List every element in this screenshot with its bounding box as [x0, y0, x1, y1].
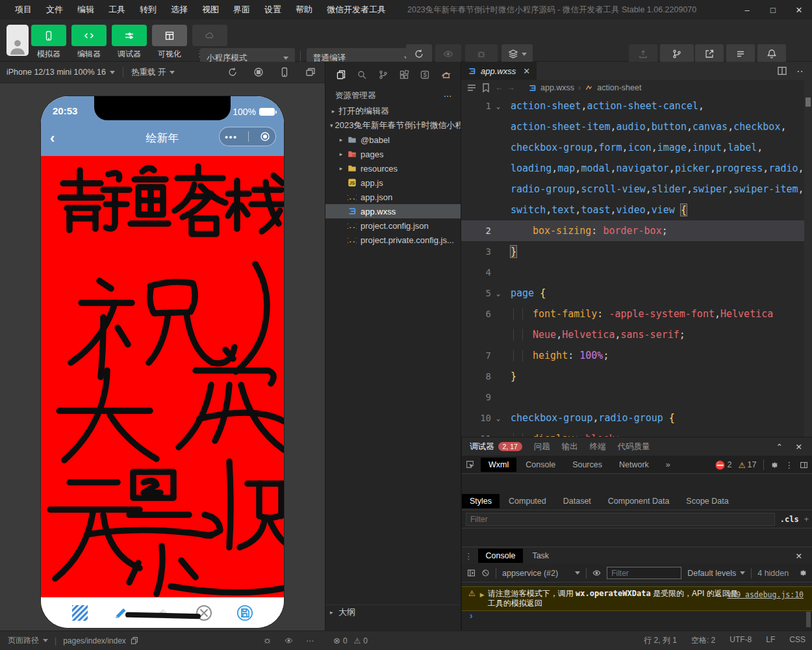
- console-filter-input[interactable]: [607, 567, 681, 579]
- tree-item-project.config.json[interactable]: {..}project.config.json: [325, 218, 461, 233]
- files-icon[interactable]: [331, 67, 351, 83]
- page-path-label[interactable]: 页面路径: [8, 635, 39, 646]
- collapse-icon[interactable]: ⌃: [776, 442, 783, 452]
- devtools-tab-console[interactable]: Console: [518, 458, 563, 472]
- bookmark-icon[interactable]: [481, 83, 491, 93]
- tree-item--[interactable]: ▸打开的编辑器: [325, 104, 461, 118]
- language-mode[interactable]: CSS: [789, 635, 806, 646]
- clear-console-icon[interactable]: [481, 569, 490, 577]
- tab-task[interactable]: Task: [524, 549, 557, 563]
- warning-source-link[interactable]: VM9 asdebug.js:10: [727, 590, 804, 600]
- more-icon[interactable]: •••: [225, 132, 238, 142]
- inspect-icon[interactable]: [466, 460, 474, 469]
- gear-icon[interactable]: [770, 461, 779, 469]
- tab-app-wxss[interactable]: app.wxss ✕: [461, 62, 537, 80]
- split-editor-icon[interactable]: [777, 66, 787, 76]
- context-select[interactable]: appservice (#2): [502, 569, 580, 578]
- kebab-menu-icon[interactable]: ⋮: [785, 460, 794, 470]
- devtools-more-tabs[interactable]: »: [658, 458, 678, 472]
- sidebar-toggle-icon[interactable]: [467, 569, 476, 577]
- close-icon[interactable]: ✕: [796, 551, 802, 561]
- menu-item-4[interactable]: 转到: [133, 0, 164, 20]
- menu-item-2[interactable]: 编辑: [70, 0, 101, 20]
- styles-filter-input[interactable]: [466, 513, 775, 526]
- cursor-position[interactable]: 行 2, 列 1: [644, 635, 677, 646]
- breadcrumb-symbol[interactable]: action-sheet: [597, 83, 641, 92]
- eye-icon[interactable]: [285, 636, 293, 645]
- styles-tab-computed[interactable]: Computed: [501, 494, 554, 508]
- toolbar-code-button[interactable]: 编辑器: [71, 25, 107, 60]
- menu-item-3[interactable]: 工具: [101, 0, 133, 20]
- tree-item-app.wxss[interactable]: app.wxss: [325, 204, 461, 218]
- close-icon[interactable]: ✕: [796, 442, 802, 452]
- kebab-menu-icon[interactable]: ⋮: [464, 551, 473, 561]
- encoding[interactable]: UTF-8: [730, 635, 752, 646]
- applet-icon[interactable]: [414, 67, 435, 83]
- close-icon[interactable]: ✕: [523, 66, 530, 76]
- tab-output[interactable]: 输出: [562, 441, 578, 452]
- indentation[interactable]: 空格: 2: [691, 635, 715, 646]
- styles-tab-dataset[interactable]: Dataset: [555, 494, 599, 508]
- tab-console[interactable]: Console: [478, 549, 524, 563]
- levels-select[interactable]: Default levels: [687, 569, 745, 578]
- devtools-tab-wxml[interactable]: Wxml: [481, 458, 516, 472]
- toolbar-tune-button[interactable]: 调试器: [111, 25, 147, 60]
- multi-window-icon[interactable]: [305, 67, 316, 77]
- devtools-tab-sources[interactable]: Sources: [565, 458, 610, 472]
- more-icon[interactable]: ⋯: [444, 91, 452, 101]
- dock-icon[interactable]: [800, 461, 808, 469]
- expand-icon[interactable]: ▶: [480, 589, 485, 600]
- floppy-icon[interactable]: [236, 604, 253, 621]
- close-button[interactable]: ✕: [786, 0, 812, 20]
- fold-icon[interactable]: ⌄: [491, 103, 505, 110]
- outline-section[interactable]: ▸ 大纲: [325, 604, 461, 619]
- styles-tab-scope-data[interactable]: Scope Data: [678, 494, 736, 508]
- copy-icon[interactable]: [130, 636, 138, 645]
- tree-item-project.private.config.js...[interactable]: {..}project.private.config.js...: [325, 233, 461, 247]
- menu-item-7[interactable]: 界面: [226, 0, 257, 20]
- menu-item-9[interactable]: 帮助: [288, 0, 320, 20]
- grid-icon[interactable]: [394, 67, 414, 83]
- minimize-button[interactable]: –: [734, 0, 760, 20]
- teapot-icon[interactable]: [436, 67, 457, 83]
- menu-item-5[interactable]: 选择: [164, 0, 195, 20]
- tree-item-@babel[interactable]: ▸@babel: [325, 133, 461, 147]
- record-icon[interactable]: [253, 67, 264, 77]
- maximize-button[interactable]: □: [760, 0, 786, 20]
- cls-button[interactable]: .cls: [780, 515, 799, 524]
- toolbar-layout-button[interactable]: 可视化: [151, 25, 188, 60]
- menu-item-8[interactable]: 设置: [257, 0, 288, 20]
- console-prompt[interactable]: ›: [462, 608, 812, 631]
- device-select[interactable]: iPhone 12/13 mini 100% 16: [6, 68, 106, 77]
- more-icon[interactable]: ⋯: [306, 636, 314, 645]
- menu-item-0[interactable]: 项目: [8, 0, 39, 20]
- menu-item-6[interactable]: 视图: [195, 0, 226, 20]
- editor-scrollbar[interactable]: [804, 62, 812, 437]
- tree-item-2023-...[interactable]: ▾2023兔年新年春节倒计时微信小程...: [325, 118, 461, 133]
- fold-icon[interactable]: ⌄: [491, 290, 505, 297]
- tab-code-quality[interactable]: 代码质量: [618, 441, 650, 452]
- menu-item-1[interactable]: 文件: [39, 0, 70, 20]
- drawing-canvas[interactable]: [41, 156, 284, 597]
- tab-problems[interactable]: 问题: [534, 441, 550, 452]
- hot-reload-toggle[interactable]: 热重载 开: [131, 67, 166, 78]
- list-icon[interactable]: [466, 83, 477, 93]
- scrollbar-thumb[interactable]: [806, 612, 811, 627]
- code-area[interactable]: 1⌄action-sheet,action-sheet-cancel,actio…: [461, 96, 804, 437]
- breadcrumb-file[interactable]: app.wxss: [540, 83, 574, 92]
- tab-debugger[interactable]: 调试器 2, 17: [470, 441, 522, 452]
- styles-tab-component-data[interactable]: Component Data: [600, 494, 678, 508]
- search-icon[interactable]: [351, 67, 372, 83]
- nav-forward-icon[interactable]: →: [507, 83, 516, 92]
- tree-item-pages[interactable]: ▸pages: [325, 147, 461, 161]
- fold-icon[interactable]: ⌄: [491, 415, 505, 422]
- tab-terminal[interactable]: 终端: [590, 441, 606, 452]
- nav-back-icon[interactable]: ←: [495, 83, 503, 92]
- tree-item-app.js[interactable]: JSapp.js: [325, 176, 461, 190]
- stripes-icon[interactable]: [71, 604, 88, 621]
- avatar[interactable]: [6, 25, 29, 56]
- device-frame-icon[interactable]: [279, 67, 290, 77]
- add-style-button[interactable]: +: [804, 515, 809, 524]
- capsule-menu[interactable]: •••: [219, 127, 276, 146]
- styles-tab-styles[interactable]: Styles: [462, 494, 500, 508]
